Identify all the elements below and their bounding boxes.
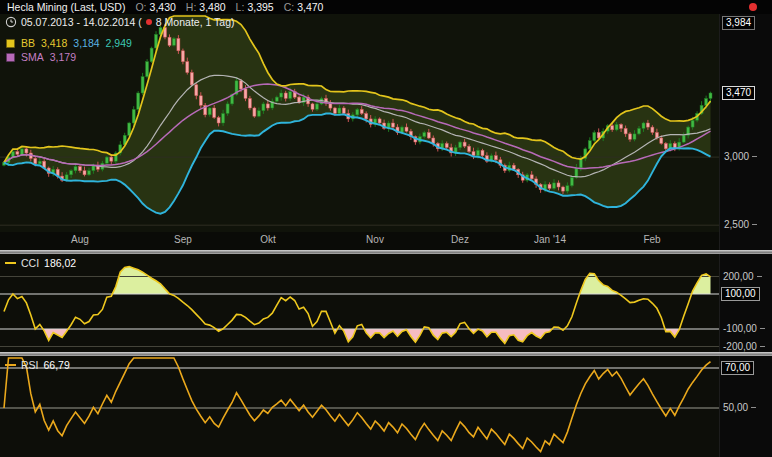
rsi-line-swatch [5, 364, 16, 366]
bb-lower-value: 2,949 [106, 37, 132, 49]
date-range: 05.07.2013 - 14.02.2014 (8 Monate, 1 Tag… [5, 16, 234, 28]
sma-value: 3,179 [50, 51, 76, 63]
price-axis-column [719, 0, 772, 457]
close-label: C: [284, 1, 295, 13]
cci-label: CCI [21, 257, 39, 269]
rsi-value: 66,79 [44, 359, 70, 371]
cci-chart-canvas[interactable] [0, 254, 719, 352]
bb-middle-value: 3,184 [73, 37, 99, 49]
low-label: L: [236, 1, 245, 13]
clock-icon [5, 16, 17, 28]
instrument-title: Hecla Mining (Last, USD) [7, 1, 125, 13]
period-dot [146, 19, 152, 25]
rsi-chart-canvas[interactable] [0, 356, 719, 457]
sma-swatch [6, 53, 15, 62]
high-value: 3,480 [199, 1, 225, 13]
bb-indicator-legend[interactable]: BB 3,418 3,184 2,949 [6, 37, 132, 49]
trading-chart-app: Hecla Mining (Last, USD) O:3,430 H:3,480… [0, 0, 772, 457]
cci-line-swatch [5, 262, 16, 264]
bb-swatch [6, 39, 15, 48]
alert-dot [749, 3, 757, 11]
date-range-text: 05.07.2013 - 14.02.2014 ( [21, 16, 142, 28]
low-value: 3,395 [247, 1, 273, 13]
panel-resize-handle[interactable] [0, 352, 772, 356]
bb-upper-value: 3,418 [41, 37, 67, 49]
close-value: 3,470 [297, 1, 323, 13]
cci-value: 186,02 [44, 257, 76, 269]
sma-label: SMA [21, 51, 44, 63]
date-range-period: 8 Monate, 1 Tag) [156, 16, 235, 28]
open-value: 3,430 [150, 1, 176, 13]
title-bar: Hecla Mining (Last, USD) O:3,430 H:3,480… [0, 0, 772, 14]
rsi-label: RSI [21, 359, 39, 371]
high-label: H: [186, 1, 197, 13]
open-label: O: [135, 1, 146, 13]
cci-indicator-legend[interactable]: CCI 186,02 [5, 257, 76, 269]
rsi-indicator-legend[interactable]: RSI 66,79 [5, 359, 70, 371]
sma-indicator-legend[interactable]: SMA 3,179 [6, 51, 76, 63]
ohlc-readout: O:3,430 H:3,480 L:3,395 C:3,470 [125, 1, 323, 13]
panel-resize-handle[interactable] [0, 250, 772, 254]
bb-label: BB [21, 37, 35, 49]
